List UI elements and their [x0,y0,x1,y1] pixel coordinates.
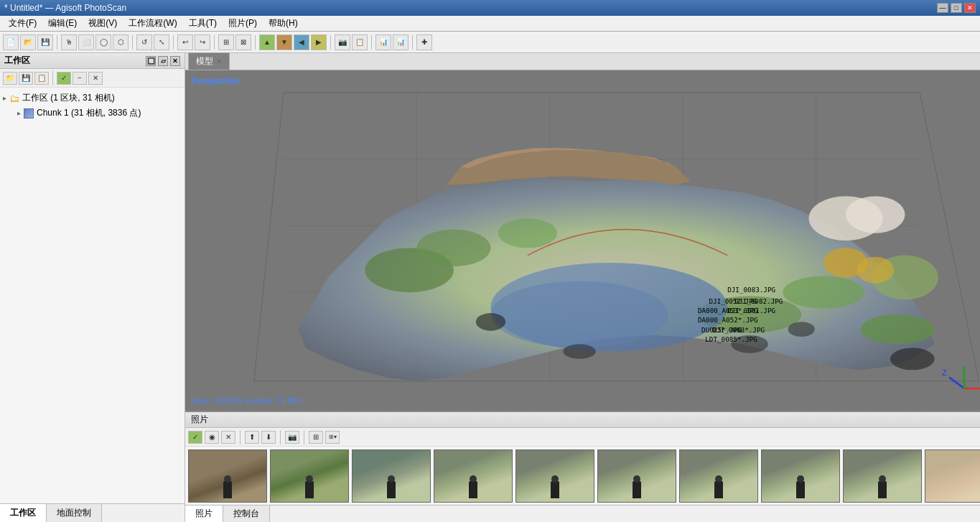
separator-5 [255,35,256,50]
tb-clipboard[interactable]: 📋 [352,34,368,50]
ws-minus[interactable]: − [73,72,87,85]
tb-del-point[interactable]: ▼ [276,34,292,50]
svg-text:DJI_0088*.JPG: DJI_0088*.JPG [713,326,765,334]
viewport-3d[interactable]: Perspective [185,70,980,411]
tb-rotate[interactable]: ↺ [136,34,152,50]
photos-tb4[interactable]: ⬆ [245,431,259,444]
photo-thumb-6[interactable] [597,449,676,503]
photos-tb8[interactable]: ⊞▾ [325,431,340,444]
tb-open[interactable]: 📂 [20,34,36,50]
tb-add-point[interactable]: ▲ [259,34,275,50]
photos-tab[interactable]: 照片 [185,505,223,522]
person-silhouette-5 [551,481,559,498]
person-silhouette-3 [387,481,396,498]
tb-save[interactable]: 💾 [37,34,53,50]
tb-transform[interactable]: ⤡ [154,34,169,50]
ws-x[interactable]: ✕ [88,72,103,85]
separator-3 [173,35,174,50]
menu-tools[interactable]: 工具(T) [183,16,223,31]
svg-point-15 [783,276,864,308]
tb-rect[interactable]: ⬜ [78,34,94,50]
workspace-toolbar: 📁 💾 📋 ✓ − ✕ [0,69,185,88]
menu-edit[interactable]: 编辑(E) [42,16,83,31]
right-area: 模型 ✕ Perspective [185,53,980,522]
photos-tb1[interactable]: ✓ [188,431,202,444]
photos-tb6[interactable]: 📷 [285,431,299,444]
photo-thumb-8[interactable] [761,449,840,503]
tb-add[interactable]: ✚ [416,34,432,50]
menu-file[interactable]: 文件(F) [3,16,42,31]
minimize-button[interactable]: — [937,3,948,13]
main-toolbar: 📄 📂 💾 🖱 ⬜ ◯ ⬡ ↺ ⤡ ↩ ↪ ⊞ ⊠ ▲ ▼ ◀ ▶ 📷 📋 📊 … [0,32,980,53]
workspace-root-label: 工作区 (1 区块, 31 相机) [22,92,115,104]
photos-tb3[interactable]: ✕ [221,431,235,444]
tb-select[interactable]: 🖱 [61,34,77,50]
tb-marker[interactable]: ◀ [294,34,309,50]
separator-6 [330,35,331,50]
separator-2 [132,35,133,50]
svg-point-12 [416,230,490,267]
photos-sep3 [304,430,304,444]
maximize-button[interactable]: □ [951,3,962,13]
svg-line-40 [949,378,964,388]
photo-thumb-4[interactable] [434,449,513,503]
ws-sep [52,71,53,85]
photos-tb5[interactable]: ⬇ [261,431,276,444]
photo-thumb-9[interactable] [843,449,922,503]
main-layout: 工作区 🔲 ▱ ✕ 📁 💾 📋 ✓ − ✕ ▸ 🗂 工作区 (1 区块, 31 … [0,53,980,522]
tb-grid2[interactable]: ⊠ [235,34,251,50]
svg-point-21 [490,281,668,348]
photos-title: 照片 [191,414,208,426]
photo-thumb-5[interactable] [515,449,594,503]
tab-ground-control[interactable]: 地面控制 [47,504,102,522]
viewport-stats: faces: 138 010 vertices: 71 883 [191,396,301,405]
menu-workflow[interactable]: 工作流程(W) [123,16,182,31]
tb-stats2[interactable]: 📊 [393,34,409,50]
tb-undo[interactable]: ↩ [177,34,193,50]
tb-circle[interactable]: ◯ [95,34,111,50]
photos-tb7[interactable]: ⊞ [309,431,323,444]
svg-text:DA000_A052*.JPG: DA000_A052*.JPG [698,316,758,324]
svg-text:DJI_0082.JPG: DJI_0082.JPG [734,297,783,305]
tb-stats[interactable]: 📊 [375,34,391,50]
workspace-root[interactable]: ▸ 🗂 工作区 (1 区块, 31 相机) [3,90,182,106]
tb-redo[interactable]: ↪ [195,34,210,50]
photos-panel: 照片 ▱ ✕ ✓ ◉ ✕ ⬆ ⬇ 📷 ⊞ ⊞▾ [185,411,980,522]
svg-point-23 [846,196,905,233]
menu-photos[interactable]: 照片(P) [223,16,263,31]
tab-workspace[interactable]: 工作区 [0,504,47,522]
photo-thumb-10[interactable] [925,449,980,503]
menu-help[interactable]: 帮助(H) [263,16,304,31]
panel-icon1[interactable]: 🔲 [146,56,156,66]
chunk-item[interactable]: ▸ Chunk 1 (31 相机, 3836 点) [3,106,182,121]
console-tab[interactable]: 控制台 [223,505,270,522]
photo-thumb-2[interactable] [270,449,349,503]
svg-point-16 [861,314,935,344]
ws-btn2[interactable]: 💾 [19,72,33,85]
panel-float[interactable]: ▱ [158,56,168,66]
tb-new[interactable]: 📄 [3,34,19,50]
tb-photo[interactable]: 📷 [335,34,350,50]
workspace-bottom-tabs: 工作区 地面控制 [0,503,185,522]
separator-1 [57,35,57,50]
ws-btn1[interactable]: 📁 [3,72,17,85]
svg-text:DJI_0081.JPG: DJI_0081.JPG [727,307,775,314]
menu-view[interactable]: 视图(V) [83,16,123,31]
ws-check[interactable]: ✓ [57,72,71,85]
photo-thumb-1[interactable] [188,449,267,503]
close-button[interactable]: ✕ [964,3,976,13]
panel-close[interactable]: ✕ [170,56,180,66]
tb-camera[interactable]: ▶ [311,34,327,50]
titlebar: * Untitled* — Agisoft PhotoScan — □ ✕ [0,0,980,16]
photo-thumb-7[interactable] [679,449,758,503]
photos-tb2[interactable]: ◉ [205,431,219,444]
photos-bottom-tabs: 照片 控制台 [185,505,980,522]
tb-grid[interactable]: ⊞ [218,34,234,50]
model-tab[interactable]: 模型 ✕ [188,52,230,70]
model-tab-close[interactable]: ✕ [216,57,222,65]
photo-thumb-3[interactable] [352,449,431,503]
svg-point-26 [788,322,815,337]
perspective-label: Perspective [191,76,239,86]
ws-btn3[interactable]: 📋 [34,72,49,85]
tb-poly[interactable]: ⬡ [113,34,129,50]
